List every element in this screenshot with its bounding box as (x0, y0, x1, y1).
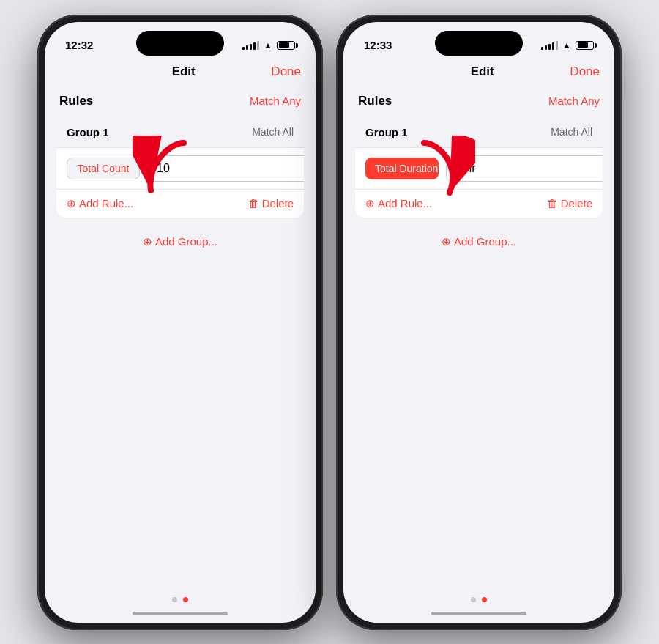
trash-icon-right: 🗑 (547, 197, 558, 210)
scene: 12:32 ▲ Edi (0, 0, 659, 644)
bar1 (242, 47, 245, 50)
signal-bars-left (242, 41, 259, 50)
group-card-right: Group 1 Match All Total Duration ⊕ Add R… (355, 117, 603, 218)
dot-left-2 (183, 597, 188, 602)
group-title-right: Group 1 (365, 126, 408, 138)
bar2 (246, 45, 248, 50)
add-rule-label-right: Add Rule... (378, 197, 432, 210)
plus-icon-left: ⊕ (67, 197, 76, 210)
status-time-left: 12:32 (65, 39, 93, 51)
bar5 (257, 41, 259, 50)
group-footer-left: ⊕ Add Rule... 🗑 Delete (56, 190, 304, 218)
rules-title-left: Rules (59, 94, 93, 108)
add-rule-button-left[interactable]: ⊕ Add Rule... (67, 197, 133, 210)
rule-row-left: Total Count (56, 148, 304, 190)
content-left: Rules Match Any Group 1 Match All Total … (45, 88, 316, 257)
nav-bar-left: Edit Done (45, 59, 316, 88)
group-footer-right: ⊕ Add Rule... 🗑 Delete (355, 190, 603, 218)
phone-right-screen: 12:33 ▲ Edi (343, 22, 614, 623)
delete-button-left[interactable]: 🗑 Delete (248, 197, 294, 210)
section-header-right: Rules Match Any (355, 88, 603, 114)
trash-icon-left: 🗑 (248, 197, 259, 210)
rule-input-right[interactable] (446, 155, 603, 182)
delete-label-right: Delete (561, 197, 592, 210)
battery-right (576, 41, 594, 50)
match-any-button-right[interactable]: Match Any (548, 95, 600, 107)
add-group-button-right[interactable]: ⊕ Add Group... (355, 226, 603, 257)
wifi-icon-left: ▲ (264, 40, 272, 51)
match-all-button-left[interactable]: Match All (252, 126, 294, 138)
dot-right-1 (471, 597, 476, 602)
wifi-icon-right: ▲ (562, 40, 571, 51)
done-button-left[interactable]: Done (271, 64, 301, 79)
plus-icon-right: ⊕ (365, 197, 375, 210)
home-indicator-right (431, 612, 526, 615)
dot-left-1 (172, 597, 177, 602)
nav-title-right: Edit (471, 64, 494, 79)
status-time-right: 12:33 (364, 39, 392, 51)
bar4 (253, 42, 256, 50)
rule-row-right: Total Duration (355, 148, 603, 190)
battery-fill-left (279, 42, 289, 48)
rule-badge-left[interactable]: Total Count (67, 158, 140, 179)
battery-left (277, 41, 295, 50)
battery-fill-right (578, 42, 588, 48)
add-rule-button-right[interactable]: ⊕ Add Rule... (365, 197, 432, 210)
add-group-label-right: Add Group... (454, 235, 516, 248)
bar4r (552, 42, 554, 50)
add-group-label-left: Add Group... (155, 235, 217, 248)
phone-left-screen: 12:32 ▲ Edi (45, 22, 316, 623)
add-group-plus-left: ⊕ (143, 235, 152, 248)
group-header-left: Group 1 Match All (56, 117, 304, 148)
bar3r (548, 44, 551, 50)
phone-right: 12:33 ▲ Edi (336, 15, 622, 630)
content-right: Rules Match Any Group 1 Match All Total … (343, 88, 614, 257)
bar5r (556, 41, 558, 50)
done-button-right[interactable]: Done (570, 64, 600, 79)
delete-label-left: Delete (262, 197, 294, 210)
group-title-left: Group 1 (67, 126, 109, 138)
page-dots-left (172, 597, 188, 602)
match-all-button-right[interactable]: Match All (551, 126, 592, 138)
rule-badge-right[interactable]: Total Duration (365, 158, 439, 179)
phone-left: 12:32 ▲ Edi (37, 15, 323, 630)
dynamic-island-left (136, 31, 224, 56)
status-icons-right: ▲ (541, 40, 594, 51)
group-card-left: Group 1 Match All Total Count ⊕ Add Rule… (56, 117, 304, 218)
signal-bars-right (541, 41, 558, 50)
dynamic-island-right (435, 31, 523, 56)
page-dots-right (471, 597, 487, 602)
dot-right-2 (482, 597, 487, 602)
rule-input-left[interactable] (147, 155, 304, 182)
home-indicator-left (133, 612, 228, 615)
add-group-plus-right: ⊕ (442, 235, 451, 248)
bar2r (545, 45, 547, 50)
group-header-right: Group 1 Match All (355, 117, 603, 148)
match-any-button-left[interactable]: Match Any (250, 95, 301, 107)
nav-bar-right: Edit Done (343, 59, 614, 88)
bar1r (541, 47, 543, 50)
nav-title-left: Edit (172, 64, 196, 79)
add-rule-label-left: Add Rule... (79, 197, 133, 210)
rules-title-right: Rules (358, 94, 392, 108)
delete-button-right[interactable]: 🗑 Delete (547, 197, 592, 210)
status-icons-left: ▲ (242, 40, 295, 51)
add-group-button-left[interactable]: ⊕ Add Group... (56, 226, 304, 257)
bar3 (250, 44, 252, 50)
section-header-left: Rules Match Any (56, 88, 304, 114)
